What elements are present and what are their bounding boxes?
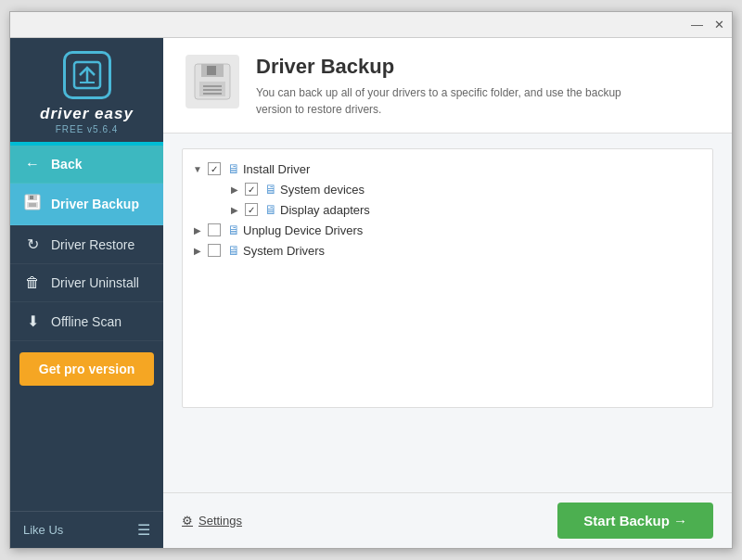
logo-svg bbox=[72, 60, 102, 90]
driver-uninstall-icon: 🗑 bbox=[23, 274, 42, 291]
driver-backup-icon bbox=[23, 194, 42, 214]
logo-sub: FREE v5.6.4 bbox=[56, 124, 119, 134]
offline-scan-icon: ⬇ bbox=[23, 312, 42, 330]
label-system-devices: System devices bbox=[280, 183, 365, 197]
label-unplug-device-drivers: Unplug Device Drivers bbox=[243, 223, 363, 237]
expand-install-driver[interactable]: ▼ bbox=[190, 164, 205, 174]
tree-row-system-drivers: ▶ 🖥 System Drivers bbox=[190, 240, 705, 261]
start-backup-button[interactable]: Start Backup → bbox=[557, 503, 713, 539]
settings-label: Settings bbox=[198, 514, 242, 528]
sidebar-item-label-offline-scan: Offline Scan bbox=[51, 314, 122, 329]
sidebar-item-label-driver-uninstall: Driver Uninstall bbox=[51, 275, 139, 290]
expand-unplug-device-drivers[interactable]: ▶ bbox=[190, 225, 205, 235]
logo-icon bbox=[63, 51, 111, 99]
label-display-adapters: Display adapters bbox=[280, 203, 370, 217]
checkbox-install-driver[interactable]: ✓ bbox=[208, 162, 221, 175]
label-system-drivers: System Drivers bbox=[243, 244, 325, 258]
main-content: Driver Backup You can back up all of you… bbox=[163, 38, 732, 548]
settings-gear-icon: ⚙ bbox=[182, 514, 193, 528]
main-window: — ✕ driver easy FREE v5.6.4 bbox=[9, 11, 733, 549]
main-footer: ⚙ Settings Start Backup → bbox=[163, 492, 732, 548]
header-title: Driver Backup bbox=[256, 55, 646, 79]
sidebar-item-label-driver-restore: Driver Restore bbox=[51, 237, 134, 252]
logo-text: driver easy bbox=[40, 105, 134, 123]
tree-row-unplug-device-drivers: ▶ 🖥 Unplug Device Drivers bbox=[190, 220, 705, 240]
expand-display-adapters[interactable]: ▶ bbox=[227, 205, 242, 215]
sidebar-item-offline-scan[interactable]: ⬇ Offline Scan bbox=[10, 302, 163, 341]
back-icon: ← bbox=[23, 156, 42, 172]
folder-icon-display-adapters: 🖥 bbox=[264, 202, 277, 217]
checkbox-system-drivers[interactable] bbox=[208, 244, 221, 257]
sidebar-item-back[interactable]: ← Back bbox=[10, 146, 163, 184]
main-header: Driver Backup You can back up all of you… bbox=[163, 38, 732, 134]
svg-rect-11 bbox=[207, 66, 216, 75]
tree-row-install-driver: ▼ ✓ 🖥 Install Driver bbox=[190, 159, 705, 179]
sidebar-logo: driver easy FREE v5.6.4 bbox=[10, 38, 163, 142]
sidebar-item-driver-uninstall[interactable]: 🗑 Driver Uninstall bbox=[10, 264, 163, 302]
svg-rect-6 bbox=[27, 202, 38, 208]
menu-icon[interactable]: ☰ bbox=[137, 521, 150, 539]
like-us-label[interactable]: Like Us bbox=[23, 523, 63, 537]
content-area: driver easy FREE v5.6.4 ← Back bbox=[10, 38, 732, 548]
folder-icon-system-drivers: 🖥 bbox=[227, 243, 240, 258]
folder-icon-install-driver: 🖥 bbox=[227, 161, 240, 176]
minimize-button[interactable]: — bbox=[691, 18, 703, 32]
sidebar-item-label-driver-backup: Driver Backup bbox=[51, 197, 139, 211]
sidebar-item-label-back: Back bbox=[51, 157, 82, 172]
close-button[interactable]: ✕ bbox=[714, 18, 724, 32]
svg-rect-5 bbox=[30, 196, 33, 199]
header-description: You can back up all of your drivers to a… bbox=[256, 84, 646, 118]
folder-icon-system-devices: 🖥 bbox=[264, 182, 277, 197]
sidebar-bottom: Like Us ☰ bbox=[10, 511, 163, 548]
checkbox-display-adapters[interactable]: ✓ bbox=[245, 203, 258, 216]
sidebar-item-driver-backup[interactable]: Driver Backup bbox=[10, 184, 163, 225]
driver-restore-icon: ↻ bbox=[23, 235, 42, 253]
titlebar: — ✕ bbox=[10, 12, 732, 38]
main-body: ▼ ✓ 🖥 Install Driver ▶ ✓ 🖥 System device… bbox=[163, 134, 732, 492]
sidebar: driver easy FREE v5.6.4 ← Back bbox=[10, 38, 163, 548]
tree-row-display-adapters: ▶ ✓ 🖥 Display adapters bbox=[209, 199, 705, 220]
folder-icon-unplug-device-drivers: 🖥 bbox=[227, 223, 240, 237]
expand-system-devices[interactable]: ▶ bbox=[227, 185, 242, 195]
pro-btn-wrap: Get pro version bbox=[10, 341, 163, 397]
sidebar-nav: ← Back Driver B bbox=[10, 146, 163, 511]
settings-link[interactable]: ⚙ Settings bbox=[182, 514, 242, 528]
checkbox-unplug-device-drivers[interactable] bbox=[208, 223, 221, 236]
get-pro-button[interactable]: Get pro version bbox=[19, 352, 154, 386]
header-text: Driver Backup You can back up all of you… bbox=[256, 55, 646, 118]
header-icon bbox=[186, 55, 239, 108]
sidebar-item-driver-restore[interactable]: ↻ Driver Restore bbox=[10, 225, 163, 264]
tree-row-system-devices: ▶ ✓ 🖥 System devices bbox=[209, 179, 705, 199]
tree-container: ▼ ✓ 🖥 Install Driver ▶ ✓ 🖥 System device… bbox=[182, 148, 713, 408]
expand-system-drivers[interactable]: ▶ bbox=[190, 246, 205, 256]
label-install-driver: Install Driver bbox=[243, 162, 310, 176]
checkbox-system-devices[interactable]: ✓ bbox=[245, 183, 258, 196]
